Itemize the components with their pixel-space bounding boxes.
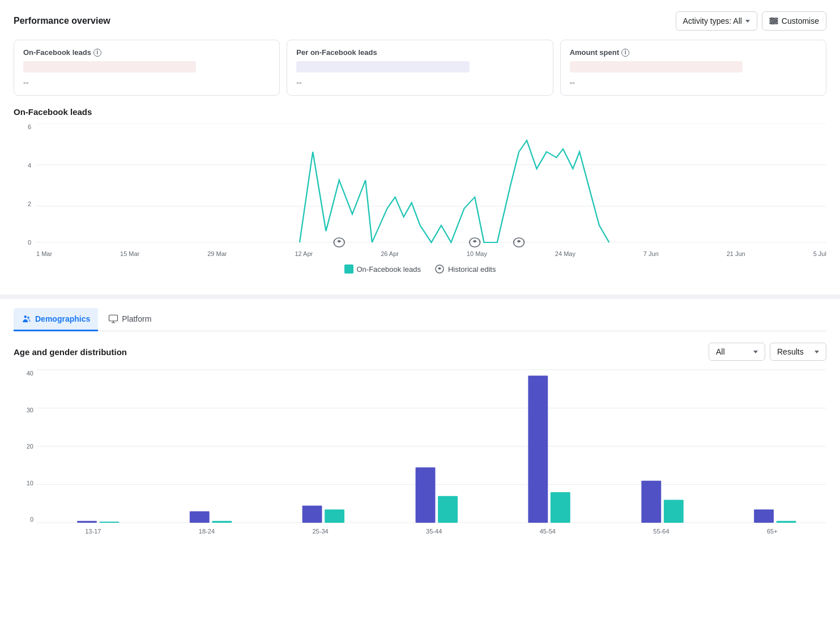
- section-divider: [0, 295, 840, 299]
- bar-chart-filters: All Results: [709, 343, 826, 361]
- svg-point-3: [771, 18, 773, 20]
- metric-value-amount-spent: --: [570, 78, 817, 87]
- metric-placeholder-amount-spent: [570, 61, 743, 72]
- bar-35-44-purple: [416, 467, 436, 523]
- bar-18-24-purple: [190, 511, 210, 523]
- info-icon-amount-spent[interactable]: i: [621, 49, 629, 57]
- x-label-15mar: 15 Mar: [120, 250, 139, 257]
- metric-placeholder-leads: [23, 61, 196, 72]
- x-label-1mar: 1 Mar: [36, 250, 52, 257]
- x-label-5jul: 5 Jul: [813, 250, 826, 257]
- bar-x-2534: 25-34: [312, 528, 328, 535]
- bar-chart-area: [36, 370, 826, 523]
- metric-cards: On-Facebook leads i -- Per on-Facebook l…: [14, 40, 826, 96]
- filter-results-dropdown[interactable]: Results: [770, 343, 826, 361]
- bar-65plus-purple: [754, 509, 774, 523]
- bar-45-54-purple: [528, 375, 548, 523]
- bar-25-34-purple: [302, 506, 322, 523]
- line-chart-svg: [36, 123, 826, 248]
- customise-label: Customise: [782, 16, 819, 25]
- metric-label-leads: On-Facebook leads i: [23, 48, 270, 57]
- x-label-12apr: 12 Apr: [295, 250, 313, 257]
- dropdown-arrow-icon: [745, 20, 750, 23]
- metric-label-amount-spent: Amount spent i: [570, 48, 817, 57]
- bar-chart-title: Age and gender distribution: [14, 347, 127, 357]
- tab-demographics[interactable]: Demographics: [14, 308, 98, 331]
- y-label-4: 4: [14, 162, 33, 169]
- y-label-6: 6: [14, 123, 33, 130]
- legend-label-historical: Historical edits: [448, 265, 496, 274]
- legend-item-leads: On-Facebook leads: [344, 264, 421, 274]
- line-chart-title: On-Facebook leads: [14, 107, 826, 117]
- x-axis: 1 Mar 15 Mar 29 Mar 12 Apr 26 Apr 10 May…: [14, 250, 826, 257]
- legend-item-historical: Historical edits: [434, 264, 496, 274]
- svg-point-15: [27, 317, 29, 319]
- bar-55-64-purple: [641, 481, 661, 523]
- bar-y-0: 0: [14, 516, 33, 523]
- historical-edits-icon: [434, 264, 445, 274]
- bar-y-20: 20: [14, 443, 33, 450]
- customise-icon: [769, 16, 778, 25]
- y-label-2: 2: [14, 200, 33, 207]
- bar-45-54-teal: [551, 492, 570, 523]
- bar-35-44-teal: [438, 496, 458, 523]
- x-label-10may: 10 May: [467, 250, 487, 257]
- performance-title: Performance overview: [14, 16, 110, 26]
- bar-chart-header: Age and gender distribution All Results: [14, 343, 826, 361]
- tab-demographics-label: Demographics: [35, 314, 90, 323]
- customise-button[interactable]: Customise: [762, 11, 826, 31]
- line-chart-area: [36, 123, 826, 248]
- tabs-bar: Demographics Platform: [14, 308, 826, 331]
- chart-legend: On-Facebook leads Historical edits: [14, 264, 826, 283]
- bar-y-40: 40: [14, 370, 33, 377]
- filter-results-arrow-icon: [815, 351, 819, 353]
- filter-all-arrow-icon: [753, 351, 758, 353]
- filter-all-label: All: [716, 347, 725, 356]
- bar-x-1317: 13-17: [85, 528, 101, 535]
- bar-25-34-teal: [325, 509, 344, 523]
- bar-chart-container: 0 10 20 30 40: [14, 370, 826, 540]
- x-label-21jun: 21 Jun: [727, 250, 745, 257]
- bar-x-5564: 55-64: [653, 528, 669, 535]
- bar-x-65plus: 65+: [767, 528, 778, 535]
- y-label-0: 0: [14, 239, 33, 246]
- x-label-26apr: 26 Apr: [381, 250, 399, 257]
- line-chart-polyline: [300, 140, 609, 242]
- info-icon-leads[interactable]: i: [93, 49, 101, 57]
- metric-value-per-leads: --: [296, 78, 543, 87]
- activity-types-label: Activity types: All: [683, 16, 742, 25]
- bar-x-4554: 45-54: [540, 528, 556, 535]
- bar-x-1824: 18-24: [199, 528, 215, 535]
- svg-point-5: [771, 23, 773, 24]
- bar-y-10: 10: [14, 480, 33, 487]
- tab-platform[interactable]: Platform: [100, 308, 159, 331]
- performance-header: Performance overview Activity types: All…: [14, 11, 826, 31]
- metric-card-leads: On-Facebook leads i --: [14, 40, 280, 96]
- activity-types-button[interactable]: Activity types: All: [676, 11, 757, 31]
- metric-card-per-leads: Per on-Facebook leads --: [287, 40, 553, 96]
- x-label-7jun: 7 Jun: [643, 250, 659, 257]
- filter-results-label: Results: [777, 347, 804, 356]
- bar-chart-svg: [36, 370, 826, 523]
- platform-icon: [108, 314, 118, 324]
- header-actions: Activity types: All Customise: [676, 11, 826, 31]
- bar-55-64-teal: [664, 500, 684, 523]
- bar-y-30: 30: [14, 407, 33, 413]
- x-label-29mar: 29 Mar: [207, 250, 227, 257]
- svg-rect-16: [109, 315, 118, 321]
- metric-label-per-leads: Per on-Facebook leads: [296, 48, 543, 57]
- tab-platform-label: Platform: [122, 314, 151, 323]
- bar-x-3544: 35-44: [426, 528, 442, 535]
- metric-value-leads: --: [23, 78, 270, 87]
- y-axis: 0 2 4 6: [14, 123, 33, 248]
- legend-swatch-leads: [344, 264, 353, 274]
- metric-card-amount-spent: Amount spent i --: [560, 40, 826, 96]
- metric-placeholder-per-leads: [296, 61, 469, 72]
- bar-chart-x-axis: 13-17 18-24 25-34 35-44 45-54 55-64 65+: [36, 523, 826, 540]
- filter-all-dropdown[interactable]: All: [709, 343, 765, 361]
- svg-point-4: [774, 20, 776, 22]
- bar-chart-y-axis: 0 10 20 30 40: [14, 370, 33, 523]
- svg-point-14: [24, 315, 27, 318]
- x-label-24may: 24 May: [555, 250, 575, 257]
- legend-label-leads: On-Facebook leads: [357, 265, 421, 274]
